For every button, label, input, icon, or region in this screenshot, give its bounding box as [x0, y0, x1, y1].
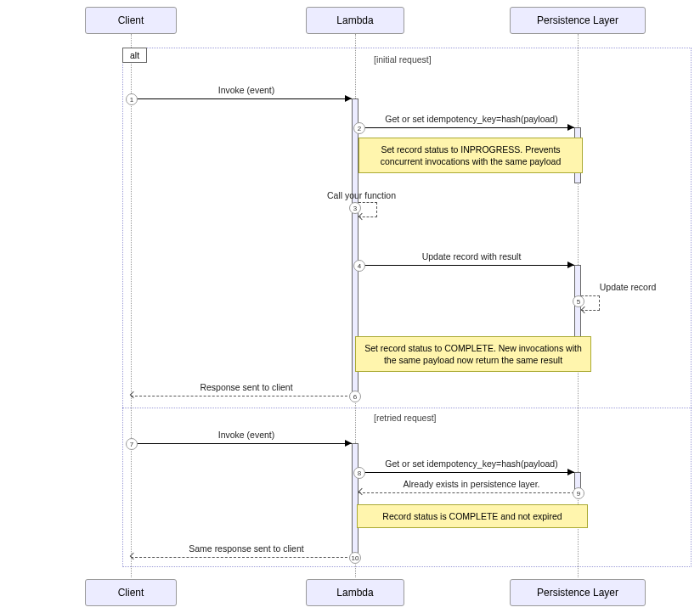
participant-client-top: Client: [85, 7, 177, 34]
msg-label-2: Get or set idempotency_key=hash(payload): [374, 114, 569, 124]
participant-label: Persistence Layer: [537, 14, 618, 26]
activation-lambda-2: [352, 443, 358, 559]
participant-label: Client: [118, 14, 144, 26]
arrow-head-2: [567, 124, 574, 131]
seq-4: 4: [353, 260, 365, 272]
msg-label-1: Invoke (event): [178, 85, 314, 95]
participant-persistence-bottom: Persistence Layer: [510, 579, 646, 606]
seq-6: 6: [349, 391, 361, 402]
msg-label-8: Get or set idempotency_key=hash(payload): [374, 458, 569, 469]
seq-2: 2: [353, 122, 365, 134]
arrow-9: [358, 492, 574, 493]
participant-lambda-bottom: Lambda: [306, 579, 404, 606]
arrow-4: [358, 265, 574, 266]
alt-divider: [122, 408, 692, 408]
seq-9: 9: [573, 487, 584, 499]
arrow-8: [358, 472, 574, 473]
note-text: Record status is COMPLETE and not expire…: [382, 511, 562, 521]
participant-label: Lambda: [336, 587, 373, 599]
participant-persistence-top: Persistence Layer: [510, 7, 646, 34]
seq-3: 3: [349, 202, 361, 214]
msg-label-10: Same response sent to client: [161, 543, 331, 554]
seq-10: 10: [349, 552, 361, 564]
note-text: Set record status to COMPLETE. New invoc…: [364, 343, 582, 365]
msg-label-7: Invoke (event): [178, 430, 314, 440]
arrow-10: [131, 557, 352, 558]
msg-label-3: Call your function: [294, 190, 396, 200]
seq-7: 7: [126, 438, 138, 450]
note-not-expired: Record status is COMPLETE and not expire…: [357, 504, 588, 528]
seq-1: 1: [126, 93, 138, 105]
note-complete: Set record status to COMPLETE. New invoc…: [355, 336, 591, 372]
arrow-1: [131, 98, 352, 99]
participant-client-bottom: Client: [85, 579, 177, 606]
arrow-head-7: [345, 440, 352, 447]
msg-label-9: Already exists in persistence layer.: [382, 479, 561, 489]
alt-label-text: alt: [130, 50, 139, 60]
seq-8: 8: [353, 467, 365, 479]
participant-label: Persistence Layer: [537, 587, 618, 599]
arrow-head-8: [567, 469, 574, 475]
participant-label: Client: [118, 587, 144, 599]
arrow-7: [131, 443, 352, 444]
arrow-6: [131, 396, 352, 396]
alt-cond-initial: [initial request]: [374, 54, 432, 65]
alt-label: alt: [122, 48, 147, 63]
alt-frame: [122, 48, 692, 567]
msg-label-5: Update record: [590, 282, 666, 292]
arrow-head-1: [345, 95, 352, 102]
arrow-head-4: [567, 262, 574, 268]
note-inprogress: Set record status to INPROGRESS. Prevent…: [358, 138, 583, 173]
msg-label-4: Update record with result: [404, 251, 539, 262]
seq-5: 5: [573, 295, 584, 307]
arrow-2: [358, 127, 574, 128]
msg-label-6: Response sent to client: [170, 382, 323, 392]
participant-label: Lambda: [336, 14, 373, 26]
alt-cond-retried: [retried request]: [374, 413, 437, 423]
participant-lambda-top: Lambda: [306, 7, 404, 34]
note-text: Set record status to INPROGRESS. Prevent…: [381, 144, 561, 166]
